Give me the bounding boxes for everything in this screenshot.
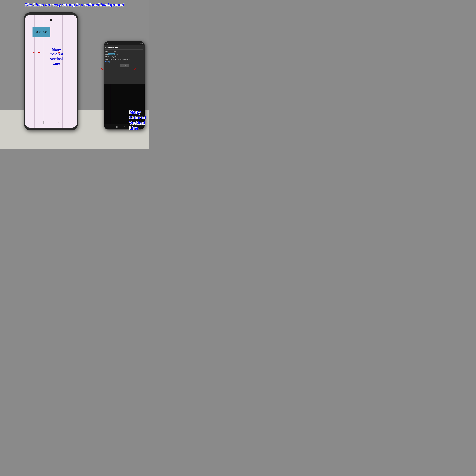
green-line-2 — [117, 84, 117, 124]
label-line3: Vertical — [50, 57, 63, 61]
app-row-3: Start : SPK_3rdMic — [105, 55, 143, 58]
app-row-1: Sta Mic — [105, 51, 143, 53]
second-label-line1: Many — [129, 110, 141, 115]
second-label-line4: Line — [129, 126, 138, 131]
second-label-line3: Vertical — [129, 120, 145, 125]
status-time: 5:50 — [105, 43, 108, 44]
arrow-main-1: ↙ — [32, 50, 36, 55]
second-phone-label: Many Colored Vertical Line — [129, 110, 146, 131]
vertical-line-5 — [71, 15, 71, 128]
label-line1: Many — [52, 47, 61, 51]
stop-dot — [105, 61, 106, 62]
exit-button[interactable]: EXIT — [120, 64, 129, 67]
nav-icon-second-home[interactable]: ○ — [124, 126, 125, 128]
app-content: Loopback Test Sta Mic Sta n2ou.101 Mic S… — [104, 45, 145, 84]
sticker-main: n2ou.101 — [33, 27, 51, 37]
app-row-2: Sta n2ou.101 Mic — [105, 53, 143, 55]
green-line-3 — [124, 84, 124, 124]
app-title: Loopback Test — [105, 46, 143, 50]
vertical-line-4 — [62, 15, 63, 128]
ext-arrow-right: ↙ — [133, 67, 136, 71]
phone-main: n2ou.101 ↙ ↙ ↙ Many Colored Vertical Lin… — [24, 12, 78, 130]
sticker-small: n2ou.101 — [108, 53, 115, 55]
nav-icon-second-menu[interactable]: ||| — [116, 126, 118, 128]
phone-main-screen: n2ou.101 ↙ ↙ ↙ Many Colored Vertical Lin… — [25, 15, 77, 128]
arrow-main-2: ↙ — [37, 50, 42, 55]
top-annotation: The Lines are very strong in a colored b… — [25, 2, 124, 7]
nav-bar-main: ||| ○ ‹ — [25, 121, 77, 124]
ext-arrow-left: ↘ — [101, 67, 103, 71]
status-battery: 36% — [140, 43, 143, 44]
sticker-text-main: n2ou.101 — [35, 31, 47, 34]
stop-row: Stop — [105, 60, 143, 63]
stop-label[interactable]: Stop — [107, 61, 110, 63]
camera-hole — [50, 19, 52, 21]
nav-icon-back[interactable]: ‹ — [58, 121, 59, 124]
vertical-line-3 — [53, 15, 53, 128]
second-label-line2: Colored — [129, 115, 146, 120]
app-row-4: Start : E/P (Please Insert Earphone) — [105, 58, 143, 60]
status-bar: 5:50 36% — [104, 41, 145, 45]
phone-main-label: Many Colored Vertical Line — [50, 47, 63, 66]
label-line2: Colored — [50, 52, 63, 56]
nav-icon-home[interactable]: ○ — [51, 121, 52, 124]
green-line-1 — [110, 84, 110, 124]
label-line4: Line — [53, 61, 60, 66]
nav-icon-menu[interactable]: ||| — [43, 121, 45, 124]
